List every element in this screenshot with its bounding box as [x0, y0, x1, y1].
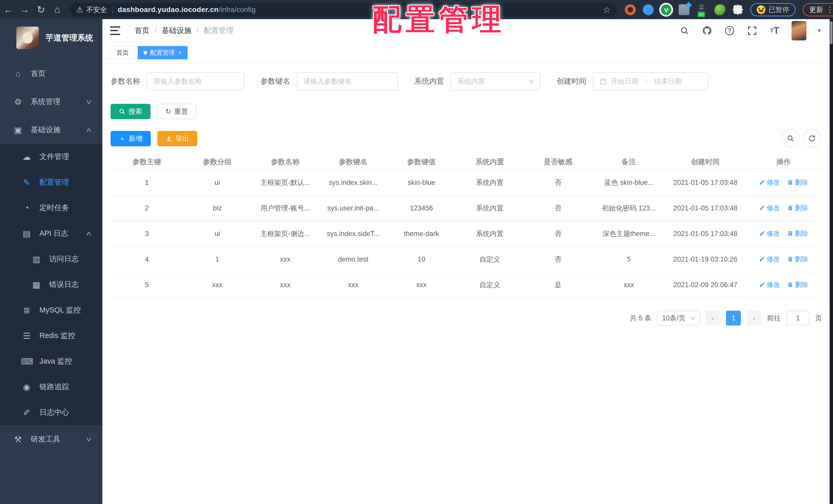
extension-icon-green-v[interactable]: v [661, 4, 671, 15]
app-title: 芋道管理系统 [46, 32, 93, 43]
font-size-icon[interactable]: TT [769, 25, 780, 36]
add-button[interactable]: ＋ 新增 [111, 131, 151, 146]
sidebar-item-infra[interactable]: ▣基础设施∧ [0, 116, 102, 144]
menu-dots-icon[interactable]: ⋮ [826, 5, 833, 14]
fullscreen-icon[interactable] [746, 25, 758, 36]
gear-icon: ⚙ [12, 97, 24, 107]
reset-button[interactable]: ↻ 重置 [157, 104, 196, 119]
extensions-puzzle-icon[interactable] [733, 4, 743, 15]
sidebar-item-trace[interactable]: ◉链路追踪 [0, 374, 102, 400]
log-center-icon: ✐ [21, 408, 32, 418]
filter-label: 参数键名 [261, 76, 290, 86]
extension-icon-cn-badge[interactable] [697, 4, 707, 15]
breadcrumb-infra[interactable]: 基础设施 [162, 26, 191, 36]
help-icon[interactable]: ? [724, 25, 735, 36]
table-cell-ops: 修改删除 [745, 221, 822, 247]
sidebar-item-file[interactable]: ☁文件管理 [0, 144, 102, 170]
delete-link[interactable]: 删除 [787, 255, 808, 263]
sidebar-item-home[interactable]: ⌂首页 [0, 59, 102, 88]
extension-icon-pin[interactable] [643, 4, 653, 15]
home-icon[interactable]: ⌂ [49, 4, 66, 15]
edit-link[interactable]: 修改 [759, 255, 780, 263]
param-name-input[interactable] [153, 77, 237, 85]
java-icon: ⌨ [21, 356, 32, 367]
sidebar-item-label: 链路追踪 [40, 382, 69, 392]
current-page-button[interactable]: 1 [726, 311, 741, 326]
update-button[interactable]: 更新 ⋮ [803, 3, 833, 16]
search-icon[interactable] [679, 25, 690, 36]
delete-link[interactable]: 删除 [787, 204, 808, 212]
search-label: 搜索 [128, 107, 142, 116]
param-key-input[interactable] [304, 77, 391, 85]
sidebar-item-dev-tools[interactable]: ⚒研发工具∨ [0, 425, 102, 453]
toolbox-icon: ⚒ [12, 434, 24, 445]
sidebar-item-label: 研发工具 [31, 434, 61, 445]
extension-icon-grid[interactable] [679, 4, 689, 15]
table-cell: 2021-01-19 03:10:26 [665, 247, 745, 272]
table-cell: 1 [111, 170, 183, 195]
goto-page-input[interactable] [786, 311, 809, 326]
sidebar-item-api-log[interactable]: ▤API 日志∧ [0, 221, 102, 246]
sidebar-item-access-log[interactable]: ▥访问日志 [0, 246, 102, 272]
search-button[interactable]: 搜索 [111, 104, 150, 119]
sidebar-item-error-log[interactable]: ▦错误日志 [0, 272, 102, 297]
table-cell: 初始化密码 123... [592, 195, 665, 221]
address-bar[interactable]: ⚠ 不安全 dashboard.yudao.iocoder.cn /infra/… [70, 3, 617, 17]
scrollbar-thumb[interactable] [830, 21, 832, 44]
page-size-select[interactable]: 10条/页 ∨ [657, 311, 700, 326]
bookmark-star-icon[interactable]: ☆ [603, 5, 611, 15]
table-cell: xxx [183, 272, 252, 298]
edit-link[interactable]: 修改 [759, 204, 780, 212]
warning-icon: ⚠ [76, 5, 83, 14]
edit-link[interactable]: 修改 [759, 178, 780, 187]
close-icon[interactable]: × [178, 49, 182, 56]
table-toolbar [782, 129, 821, 147]
date-range-picker[interactable]: 开始日期 - 结束日期 [593, 72, 708, 91]
sidebar-item-label: 错误日志 [49, 279, 79, 290]
sidebar-item-mysql[interactable]: ≣MySQL 监控 [0, 297, 102, 323]
sidebar-item-label: 首页 [31, 69, 46, 79]
sidebar-item-system[interactable]: ⚙系统管理∨ [0, 88, 102, 116]
forward-icon[interactable]: → [16, 4, 33, 15]
sidebar-item-log-center[interactable]: ✐日志中心 [0, 400, 102, 425]
chevron-down-icon[interactable]: ▾ [818, 27, 821, 34]
back-icon[interactable]: ← [0, 4, 16, 15]
avatar[interactable] [791, 21, 806, 41]
page-unit-label: 页 [815, 313, 822, 323]
paused-badge[interactable]: 已暂停 [750, 3, 795, 16]
sidebar-item-job[interactable]: ◔定时任务 [0, 195, 102, 221]
redis-icon: ☰ [21, 331, 32, 341]
breadcrumb-home[interactable]: 首页 [135, 26, 149, 36]
export-button[interactable]: 导出 [158, 131, 197, 146]
tab-config[interactable]: 配置管理 × [138, 46, 188, 59]
builtin-select[interactable]: 系统内置 ∨ [451, 72, 540, 91]
table-body: 1ui主框架页-默认...sys.index.skin...skin-blue系… [111, 170, 822, 298]
calendar-icon [600, 78, 607, 85]
extension-icon-orange-ring[interactable] [625, 4, 636, 15]
github-icon[interactable] [701, 25, 713, 36]
edit-link[interactable]: 修改 [759, 280, 780, 289]
sidebar-item-java[interactable]: ⌨Java 监控 [0, 349, 102, 374]
security-label: 不安全 [86, 5, 107, 14]
edit-link[interactable]: 修改 [759, 229, 780, 238]
chevron-up-icon: ∧ [85, 230, 92, 237]
extension-icon-monkey[interactable] [715, 4, 725, 15]
table-cell: 10 [387, 247, 455, 272]
refresh-button[interactable] [803, 129, 821, 147]
hamburger-icon[interactable] [110, 26, 120, 35]
prev-page-button[interactable]: ‹ [706, 311, 720, 326]
date-separator: - [645, 77, 647, 85]
toggle-search-button[interactable] [782, 129, 800, 147]
delete-link[interactable]: 删除 [787, 280, 808, 289]
delete-link[interactable]: 删除 [787, 229, 808, 238]
table-cell: 系统内置 [455, 170, 524, 195]
sidebar-item-label: API 日志 [40, 228, 68, 238]
column-header: 参数主键 [111, 154, 183, 170]
reload-icon[interactable]: ↻ [33, 4, 49, 15]
sidebar-item-config[interactable]: ✎配置管理 [0, 170, 102, 195]
table-cell: 2021-01-05 17:03:48 [665, 195, 745, 221]
next-page-button[interactable]: › [746, 311, 761, 326]
tab-home[interactable]: 首页 [111, 46, 135, 59]
sidebar-item-redis[interactable]: ☰Redis 监控 [0, 323, 102, 349]
delete-link[interactable]: 删除 [787, 178, 808, 187]
